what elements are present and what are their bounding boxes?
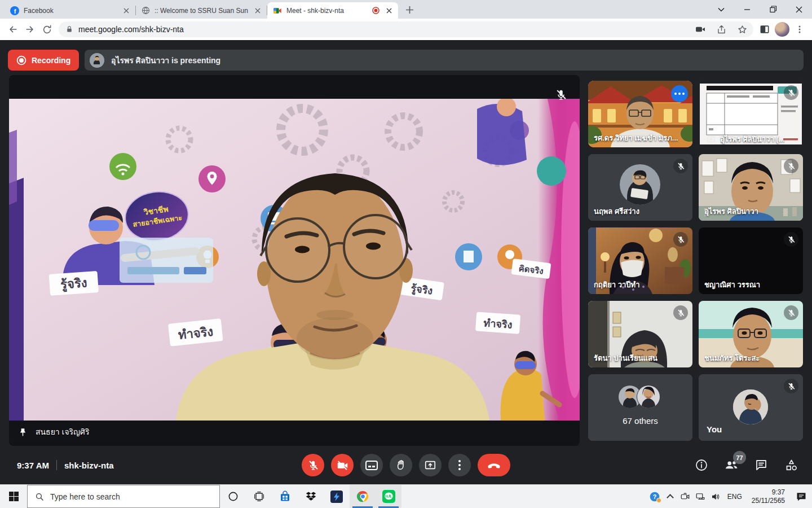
mic-off-icon bbox=[555, 89, 567, 101]
browser-menu-kebab-icon[interactable] bbox=[792, 21, 807, 37]
side-panel-icon[interactable] bbox=[757, 21, 773, 37]
tab-recording-indicator-icon bbox=[372, 7, 379, 14]
tray-expand-chevron[interactable] bbox=[663, 485, 678, 508]
participant-tile-chayanisa[interactable]: ชญาณิศา วรรณา bbox=[699, 227, 803, 294]
tab-meet-active[interactable]: Meet - shk-bizv-nta bbox=[267, 2, 398, 19]
network-tray-button[interactable] bbox=[693, 485, 708, 508]
windows-logo-icon bbox=[9, 492, 19, 501]
mic-off-indicator bbox=[673, 159, 688, 173]
windows-taskbar: Type here to search bbox=[0, 484, 812, 508]
others-avatars bbox=[588, 374, 692, 441]
camera-tray-button[interactable] bbox=[678, 485, 693, 508]
captions-button[interactable] bbox=[360, 454, 383, 476]
participant-tile-presentation[interactable]: อุไรพร ศิลปินาวา (... bbox=[699, 81, 803, 147]
meeting-code: shk-bizv-nta bbox=[64, 461, 114, 470]
help-notification-dot bbox=[656, 498, 661, 503]
participant-tile-others[interactable]: 67 others bbox=[588, 374, 692, 441]
bookmark-star-icon[interactable] bbox=[734, 21, 750, 37]
present-icon bbox=[424, 459, 436, 471]
activities-icon bbox=[784, 458, 798, 472]
profile-avatar[interactable] bbox=[775, 22, 789, 37]
svg-text:ทำจริง: ทำจริง bbox=[483, 317, 513, 331]
present-screen-button[interactable] bbox=[419, 454, 442, 476]
mic-toggle-button[interactable] bbox=[302, 454, 324, 476]
notification-icon bbox=[796, 491, 807, 502]
start-button[interactable] bbox=[0, 485, 27, 508]
forward-button[interactable] bbox=[21, 21, 38, 38]
record-icon bbox=[16, 55, 27, 65]
meeting-time: 9:37 AM bbox=[17, 461, 49, 470]
tab-facebook[interactable]: f Facebook bbox=[5, 2, 135, 19]
meeting-panels: 77 bbox=[694, 446, 798, 484]
window-minimize-button[interactable] bbox=[734, 0, 760, 19]
reload-button[interactable] bbox=[38, 21, 55, 38]
cortana-button[interactable] bbox=[220, 485, 246, 508]
info-icon bbox=[695, 458, 708, 472]
participant-tile-wittaya[interactable]: รศ.ดร.วิทยา เมฆขำ มรภ... bbox=[588, 81, 692, 147]
participant-tile-rattana[interactable]: รัตนา ปานเรียนแสน bbox=[588, 301, 692, 367]
language-indicator[interactable]: ENG bbox=[723, 493, 746, 501]
participant-tile-you[interactable]: You bbox=[699, 374, 803, 441]
tab-search-chevron-icon[interactable] bbox=[708, 0, 734, 19]
more-options-button[interactable] bbox=[448, 454, 471, 476]
others-count-label: 67 others bbox=[588, 416, 692, 426]
participant-name: ชนมภัทร โตระสะ bbox=[704, 352, 760, 364]
line-taskbar-button[interactable] bbox=[376, 485, 401, 508]
globe-favicon bbox=[142, 6, 150, 15]
participant-tile-naruepol[interactable]: นฤพล ศรีสว่าง bbox=[588, 154, 692, 221]
dropbox-button[interactable] bbox=[298, 485, 324, 508]
participants-panel-button[interactable]: 77 bbox=[724, 458, 739, 472]
hang-up-icon bbox=[487, 458, 501, 472]
lightning-app-button[interactable] bbox=[324, 485, 350, 508]
presenting-banner: อุไรพร ศิลปินาวา is presenting bbox=[85, 50, 804, 71]
microsoft-store-button[interactable] bbox=[272, 485, 298, 508]
action-center-button[interactable] bbox=[791, 485, 812, 508]
participant-name: รศ.ดร.วิทยา เมฆขำ มรภ... bbox=[594, 132, 678, 144]
camera-toggle-button[interactable] bbox=[331, 454, 354, 476]
meeting-details-button[interactable] bbox=[694, 458, 709, 472]
participant-tile-kritiya[interactable]: กฤติยา วาปีทำ bbox=[588, 227, 692, 294]
participant-name: รัตนา ปานเรียนแสน bbox=[594, 352, 657, 364]
chevron-up-icon bbox=[667, 494, 674, 501]
leave-call-button[interactable] bbox=[478, 454, 510, 476]
tab-ssru[interactable]: :: Welcome to SSRU Suan Sunan bbox=[136, 2, 267, 19]
raise-hand-button[interactable] bbox=[390, 454, 412, 476]
tab-close-icon[interactable] bbox=[384, 6, 394, 15]
tab-close-icon[interactable] bbox=[253, 6, 262, 15]
chat-panel-button[interactable] bbox=[754, 458, 769, 472]
kebab-icon bbox=[458, 460, 461, 470]
volume-tray-button[interactable] bbox=[708, 485, 723, 508]
task-view-button[interactable] bbox=[246, 485, 272, 508]
tab-close-icon[interactable] bbox=[121, 6, 131, 15]
share-icon[interactable] bbox=[713, 21, 729, 37]
tile-more-options-button[interactable] bbox=[671, 85, 688, 102]
google-meet-page: Recording อุไรพร ศิลปินาวา is presenting bbox=[0, 40, 812, 484]
present-icon bbox=[707, 135, 716, 144]
meet-bottom-bar: 9:37 AM shk-bizv-nta bbox=[0, 446, 812, 484]
address-bar[interactable]: meet.google.com/shk-bizv-nta bbox=[59, 21, 753, 37]
call-controls bbox=[302, 454, 510, 476]
svg-text:f: f bbox=[14, 7, 16, 14]
window-close-button[interactable] bbox=[786, 0, 812, 19]
participant-name: กฤติยา วาปีทำ bbox=[594, 279, 639, 291]
back-button[interactable] bbox=[5, 21, 21, 38]
facebook-favicon: f bbox=[10, 6, 19, 15]
chat-icon bbox=[754, 458, 768, 472]
pinned-participant-row: สนธยา เจริญศิริ bbox=[18, 426, 89, 438]
participant-tile-uraiporn[interactable]: อุไรพร ศิลปินาวา bbox=[699, 154, 803, 221]
recording-badge: Recording bbox=[8, 50, 79, 71]
help-tray-button[interactable]: ? bbox=[647, 485, 663, 508]
taskbar-search-box[interactable]: Type here to search bbox=[27, 485, 220, 508]
window-restore-button[interactable] bbox=[760, 0, 786, 19]
participant-tile-chanompat[interactable]: ชนมภัทร โตระสะ bbox=[699, 301, 803, 367]
chrome-taskbar-button[interactable] bbox=[350, 485, 376, 508]
clock-date: 25/11/2565 bbox=[752, 497, 785, 505]
mic-off-indicator bbox=[784, 379, 798, 393]
taskbar-clock[interactable]: 9:37 25/11/2565 bbox=[746, 488, 791, 505]
new-tab-button[interactable] bbox=[401, 2, 417, 17]
camera-in-use-icon[interactable] bbox=[692, 21, 708, 37]
activities-button[interactable] bbox=[784, 458, 798, 472]
main-video-tile[interactable]: วิชาชีพ สายอาชีพเฉพาะ bbox=[9, 75, 580, 446]
captions-icon bbox=[365, 461, 378, 470]
mic-off-indicator bbox=[784, 305, 798, 320]
